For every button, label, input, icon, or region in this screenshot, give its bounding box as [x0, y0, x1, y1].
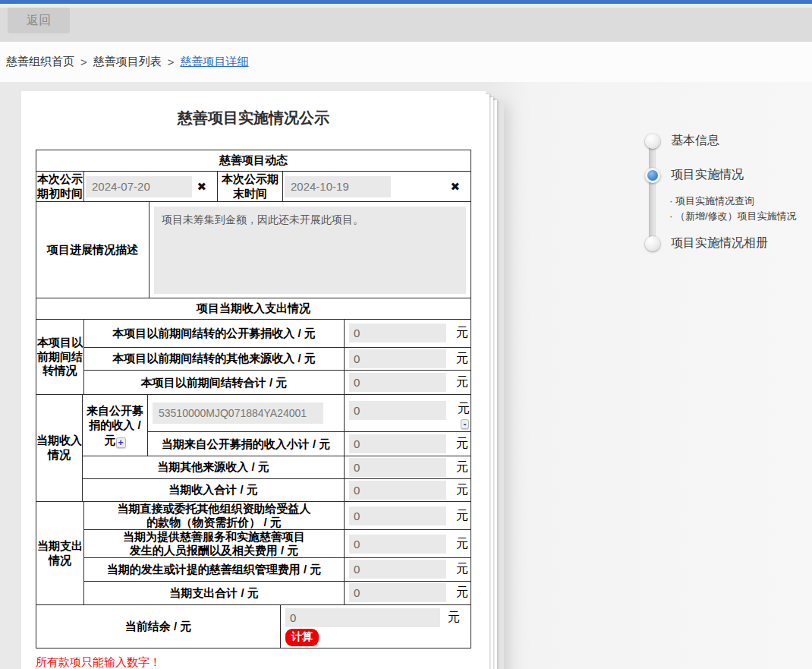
unit-label: 元: [456, 351, 468, 367]
table-row: 当期为提供慈善服务和实施慈善项目 发生的人员报酬以及相关费用 / 元 0 元: [84, 530, 471, 558]
step-navigation: 基本信息 项目实施情况 · 项目实施情况查询 · （新增/修改）项目实施情况 项…: [645, 125, 812, 346]
breadcrumb-separator: >: [168, 55, 175, 68]
income-total-input[interactable]: 0: [349, 481, 446, 500]
unit-label: 元: [456, 459, 468, 475]
other-income-label: 当期其他来源收入 / 元: [83, 456, 345, 478]
table-row: 当期其他来源收入 / 元 0 元: [83, 456, 471, 479]
page-title: 慈善项目实施情况公示: [21, 108, 486, 128]
publicity-form-table: 慈善项目动态 本次公示期初时间 2024-07-20 ✖ 本次公示期末时间 20…: [36, 150, 471, 648]
progress-desc-cell: 项目未筹集到金额，因此还未开展此项目。: [149, 202, 471, 298]
table-row: 当期直接或委托其他组织资助给受益人 的款物（物资需折价） / 元 0 元: [84, 502, 471, 530]
numeric-only-warning: 所有款项只能输入数字！: [36, 655, 486, 669]
carryover-other-income-label: 本项目以前期间结转的其他来源收入 / 元: [84, 348, 345, 371]
balance-input[interactable]: 0: [285, 608, 440, 627]
expense-total-label: 当期支出合计 / 元: [84, 582, 345, 604]
table-row: 当期的发生或计提的慈善组织管理费用 / 元 0 元: [84, 558, 471, 582]
carryover-other-income-input[interactable]: 0: [349, 349, 446, 368]
add-row-icon[interactable]: +: [116, 437, 126, 448]
fundraising-account-input[interactable]: 53510000MJQ071884YA24001: [153, 402, 323, 424]
expense-admin-label: 当期的发生或计提的慈善组织管理费用 / 元: [84, 558, 345, 581]
public-fundraising-label: 来自公开募捐的收入 / 元+: [83, 395, 148, 456]
unit-label: 元: [456, 482, 468, 498]
table-row: 53510000MJQ071884YA24001 0 元 -: [148, 395, 471, 432]
back-button[interactable]: 返回: [8, 8, 70, 33]
unit-label: 元: [456, 585, 468, 601]
carryover-total-label: 本项目以前期间结转合计 / 元: [84, 371, 345, 394]
table-row: 当期来自公开募捐的收入小计 / 元 0 元: [148, 432, 471, 456]
public-income-subtotal-label: 当期来自公开募捐的收入小计 / 元: [148, 432, 345, 456]
carryover-public-income-input[interactable]: 0: [349, 323, 446, 342]
period-end-input[interactable]: 2024-10-19: [285, 176, 391, 197]
period-start-input[interactable]: 2024-07-20: [86, 176, 192, 197]
public-fundraising-block: 来自公开募捐的收入 / 元+ 53510000MJQ071884YA24001 …: [83, 395, 471, 456]
top-accent-bar: [0, 0, 812, 4]
income-expense-section-header: 项目当期收入支出情况: [36, 298, 471, 319]
expense-group-label: 当期支出情况: [36, 502, 84, 604]
calculate-button[interactable]: 计算: [285, 629, 319, 646]
expense-admin-input[interactable]: 0: [349, 560, 446, 579]
expense-total-input[interactable]: 0: [349, 583, 446, 602]
breadcrumb-project-detail[interactable]: 慈善项目详细: [181, 55, 249, 69]
breadcrumb-home[interactable]: 慈善组织首页: [6, 55, 74, 69]
carryover-public-income-label: 本项目以前期间结转的公开募捐收入 / 元: [84, 320, 345, 347]
step-label: 项目实施情况相册: [671, 235, 768, 251]
table-row: 本项目以前期间结转的公开募捐收入 / 元 0 元: [84, 320, 471, 348]
fundraising-amount-cell: 0 元 -: [345, 395, 471, 431]
fundraising-account-cell: 53510000MJQ071884YA24001: [148, 395, 345, 431]
income-section: 当期收入情况 来自公开募捐的收入 / 元+ 53510000MJQ071884Y…: [36, 395, 471, 502]
unit-label: 元: [456, 508, 468, 524]
step-implementation-status[interactable]: 项目实施情况: [645, 167, 744, 183]
period-start-cell: 2024-07-20 ✖: [84, 172, 218, 201]
period-end-label: 本次公示期末时间: [218, 172, 283, 201]
expense-staff-label: 当期为提供慈善服务和实施慈善项目 发生的人员报酬以及相关费用 / 元: [84, 530, 345, 557]
step-circle-active-icon: [645, 168, 660, 183]
expense-beneficiary-input[interactable]: 0: [349, 506, 446, 525]
table-row: 当期支出合计 / 元 0 元: [84, 582, 471, 604]
remove-row-icon[interactable]: -: [461, 419, 469, 429]
other-income-input[interactable]: 0: [349, 458, 446, 477]
expense-staff-input[interactable]: 0: [349, 535, 446, 554]
table-row: 本项目以前期间结转合计 / 元 0 元: [84, 371, 471, 394]
carryover-group-label: 本项目以前期间结转情况: [36, 320, 84, 394]
step-implementation-album[interactable]: 项目实施情况相册: [645, 235, 768, 251]
substep-status-query[interactable]: · 项目实施情况查询: [669, 194, 754, 208]
expense-section: 当期支出情况 当期直接或委托其他组织资助给受益人 的款物（物资需折价） / 元 …: [36, 502, 471, 605]
step-circle-icon: [645, 134, 660, 149]
balance-row: 当前结余 / 元 0 元 计算: [36, 605, 471, 648]
step-basic-info[interactable]: 基本信息: [645, 133, 719, 149]
toolbar: 返回: [0, 8, 812, 42]
public-income-subtotal-input[interactable]: 0: [349, 434, 446, 453]
unit-label: 元: [456, 561, 468, 577]
stepper-track: [649, 140, 656, 243]
step-label: 基本信息: [671, 133, 719, 149]
unit-label: 元: [456, 536, 468, 552]
balance-label: 当前结余 / 元: [36, 605, 281, 648]
step-circle-icon: [645, 236, 660, 251]
unit-label: 元: [456, 436, 468, 452]
step-label: 项目实施情况: [671, 167, 744, 183]
fundraising-amount-input[interactable]: 0: [349, 401, 446, 420]
clear-icon[interactable]: ✖: [197, 180, 206, 194]
progress-desc-textarea[interactable]: 项目未筹集到金额，因此还未开展此项目。: [154, 207, 466, 294]
breadcrumb: 慈善组织首页 > 慈善项目列表 > 慈善项目详细: [0, 42, 812, 82]
form-card-stack: 慈善项目实施情况公示 慈善项目动态 本次公示期初时间 2024-07-20 ✖ …: [21, 91, 486, 669]
period-end-cell: 2024-10-19 ✖: [283, 172, 471, 201]
income-group-label: 当期收入情况: [36, 395, 83, 501]
unit-label: 元: [456, 374, 468, 390]
table-row: 当期收入合计 / 元 0 元: [83, 479, 471, 501]
substep-add-modify-status[interactable]: · （新增/修改）项目实施情况: [669, 210, 797, 223]
clear-icon[interactable]: ✖: [450, 180, 460, 194]
progress-desc-label: 项目进展情况描述: [36, 202, 149, 298]
expense-beneficiary-label: 当期直接或委托其他组织资助给受益人 的款物（物资需折价） / 元: [84, 502, 345, 529]
table-row: 本项目以前期间结转的其他来源收入 / 元 0 元: [84, 348, 471, 371]
breadcrumb-separator: >: [80, 55, 87, 68]
breadcrumb-project-list[interactable]: 慈善项目列表: [93, 55, 162, 69]
carryover-total-input[interactable]: 0: [349, 373, 446, 392]
period-start-label: 本次公示期初时间: [36, 172, 84, 201]
main-content: 慈善项目实施情况公示 慈善项目动态 本次公示期初时间 2024-07-20 ✖ …: [0, 82, 812, 669]
carryover-section: 本项目以前期间结转情况 本项目以前期间结转的公开募捐收入 / 元 0 元 本项目…: [36, 320, 471, 395]
income-total-label: 当期收入合计 / 元: [83, 479, 345, 501]
form-card: 慈善项目实施情况公示 慈善项目动态 本次公示期初时间 2024-07-20 ✖ …: [21, 91, 486, 669]
dynamics-section-header: 慈善项目动态: [36, 150, 471, 171]
unit-label: 元: [456, 325, 468, 341]
